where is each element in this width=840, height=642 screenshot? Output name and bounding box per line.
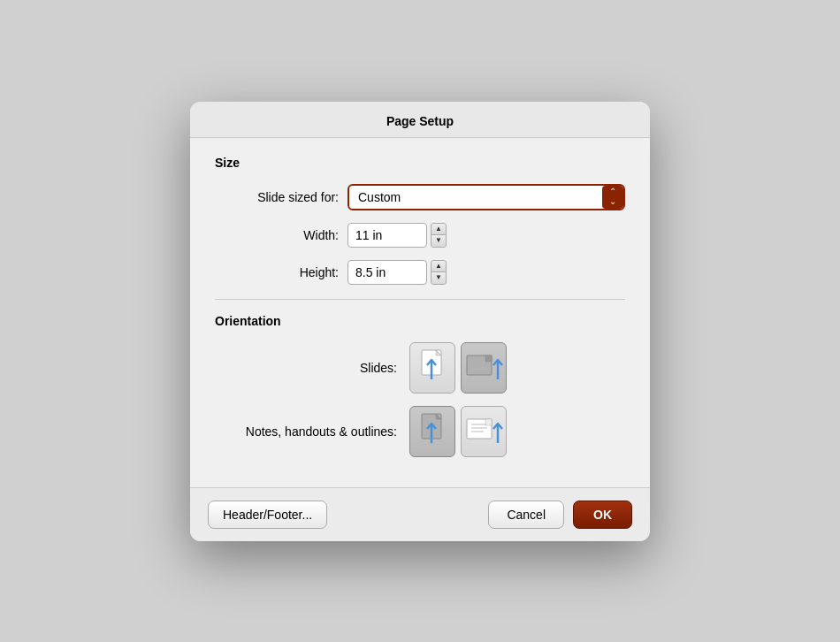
slide-sized-for-label: Slide sized for: bbox=[215, 190, 347, 204]
slides-landscape-icon bbox=[464, 348, 503, 387]
height-stepper: ▲ ▼ bbox=[431, 260, 447, 285]
height-stepper-up[interactable]: ▲ bbox=[431, 261, 446, 273]
slide-sized-for-select[interactable]: Custom Letter (8.5 x 11 in) A4 (210 x 29… bbox=[347, 184, 625, 210]
height-stepper-down[interactable]: ▼ bbox=[431, 272, 446, 284]
page-setup-dialog: Page Setup Size Slide sized for: Custom … bbox=[190, 102, 650, 541]
height-input[interactable] bbox=[347, 260, 427, 285]
slides-portrait-icon bbox=[417, 348, 447, 387]
height-input-group: ▲ ▼ bbox=[347, 260, 447, 285]
header-footer-button[interactable]: Header/Footer... bbox=[208, 501, 327, 529]
slide-sized-for-row: Slide sized for: Custom Letter (8.5 x 11… bbox=[215, 184, 625, 210]
slides-portrait-button[interactable] bbox=[409, 342, 455, 394]
section-divider bbox=[215, 299, 625, 300]
dialog-titlebar: Page Setup bbox=[190, 102, 650, 138]
dialog-footer: Header/Footer... Cancel OK bbox=[190, 487, 650, 541]
width-stepper: ▲ ▼ bbox=[431, 223, 447, 248]
width-stepper-up[interactable]: ▲ bbox=[431, 224, 446, 236]
notes-portrait-icon bbox=[417, 412, 447, 451]
notes-landscape-button[interactable] bbox=[461, 406, 507, 457]
slide-sized-for-wrapper: Custom Letter (8.5 x 11 in) A4 (210 x 29… bbox=[347, 184, 625, 210]
dialog-title: Page Setup bbox=[386, 114, 454, 128]
slides-orientation-row: Slides: bbox=[215, 342, 625, 394]
svg-marker-4 bbox=[485, 355, 492, 362]
orientation-section-title: Orientation bbox=[215, 314, 625, 328]
width-input[interactable] bbox=[347, 223, 427, 248]
ok-button[interactable]: OK bbox=[573, 501, 632, 529]
cancel-button[interactable]: Cancel bbox=[488, 501, 564, 529]
slides-landscape-button[interactable] bbox=[461, 342, 507, 394]
slides-orientation-buttons bbox=[409, 342, 507, 394]
notes-orientation-row: Notes, handouts & outlines: bbox=[215, 406, 625, 457]
height-row: Height: ▲ ▼ bbox=[215, 260, 625, 285]
height-label: Height: bbox=[215, 265, 347, 279]
orientation-section: Orientation Slides: bbox=[215, 314, 625, 457]
svg-marker-13 bbox=[485, 419, 492, 425]
width-stepper-down[interactable]: ▼ bbox=[431, 235, 446, 247]
size-section-title: Size bbox=[215, 156, 625, 170]
width-input-group: ▲ ▼ bbox=[347, 223, 447, 248]
width-row: Width: ▲ ▼ bbox=[215, 223, 625, 248]
notes-landscape-icon bbox=[464, 412, 503, 451]
dialog-content: Size Slide sized for: Custom Letter (8.5… bbox=[190, 138, 650, 487]
notes-portrait-button[interactable] bbox=[409, 406, 455, 457]
footer-right-buttons: Cancel OK bbox=[488, 501, 632, 529]
notes-orientation-buttons bbox=[409, 406, 507, 457]
slides-label: Slides: bbox=[215, 361, 409, 375]
size-section: Size Slide sized for: Custom Letter (8.5… bbox=[215, 156, 625, 285]
width-label: Width: bbox=[215, 228, 347, 242]
notes-label: Notes, handouts & outlines: bbox=[215, 424, 409, 439]
